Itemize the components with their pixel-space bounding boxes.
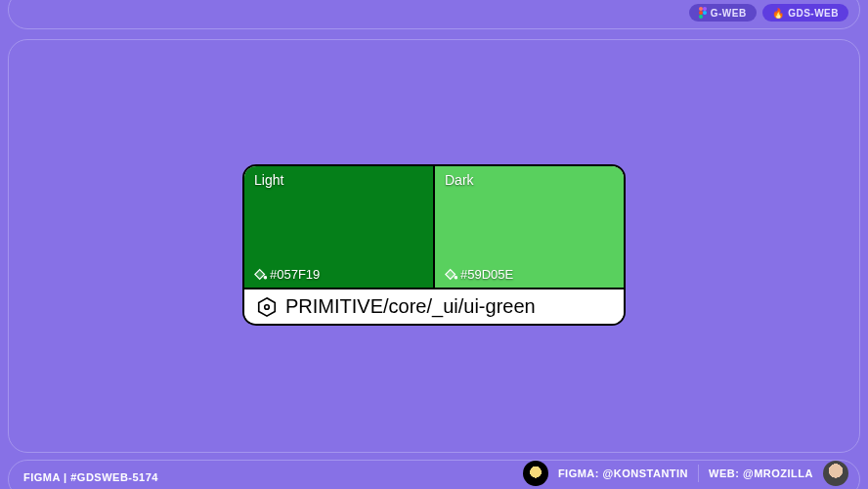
swatch-name-row: PRIMITIVE/core/_ui/ui-green <box>244 288 624 324</box>
figma-credit: FIGMA: @KONSTANTIN <box>558 467 688 479</box>
svg-point-3 <box>703 11 707 15</box>
svg-point-0 <box>699 7 703 11</box>
tag-gweb[interactable]: G-WEB <box>689 4 757 22</box>
swatch-light: Light #057F19 <box>244 166 435 288</box>
tag-gdsweb[interactable]: 🔥 GDS-WEB <box>762 4 848 22</box>
swatch-light-label: Light <box>254 172 423 188</box>
tag-gweb-label: G-WEB <box>711 8 747 19</box>
avatar-mrozilla <box>823 461 848 486</box>
swatch-dark: Dark #59D05E <box>435 166 624 288</box>
tags-row: G-WEB 🔥 GDS-WEB <box>689 4 848 22</box>
swatch-dark-hex: #59D05E <box>460 267 513 282</box>
svg-point-2 <box>699 11 703 15</box>
swatch-row: Light #057F19 Dark #59D05E <box>244 166 624 288</box>
paint-bucket-icon <box>445 268 457 281</box>
avatar-konstantin <box>523 461 548 486</box>
swatch-dark-label: Dark <box>445 172 614 188</box>
divider <box>698 465 699 482</box>
swatch-card: Light #057F19 Dark #59D05E <box>242 164 626 326</box>
swatch-name: PRIMITIVE/core/_ui/ui-green <box>285 295 536 318</box>
footer-credits: FIGMA: @KONSTANTIN WEB: @MROZILLA <box>523 461 848 486</box>
swatch-light-hex: #057F19 <box>270 267 320 282</box>
hexagon-icon <box>256 296 278 318</box>
svg-point-4 <box>699 15 703 19</box>
fire-icon: 🔥 <box>772 8 785 19</box>
web-credit: WEB: @MROZILLA <box>709 467 813 479</box>
tag-gdsweb-label: GDS-WEB <box>788 8 839 19</box>
figma-icon <box>699 7 707 19</box>
swatch-light-hex-row: #057F19 <box>254 267 320 282</box>
swatch-dark-hex-row: #59D05E <box>445 267 513 282</box>
svg-point-1 <box>703 7 707 11</box>
svg-point-6 <box>455 277 456 279</box>
svg-point-7 <box>265 304 270 309</box>
footer-ticket: FIGMA | #GDSWEB-5174 <box>23 471 158 483</box>
svg-point-5 <box>264 277 266 279</box>
paint-bucket-icon <box>254 268 267 281</box>
